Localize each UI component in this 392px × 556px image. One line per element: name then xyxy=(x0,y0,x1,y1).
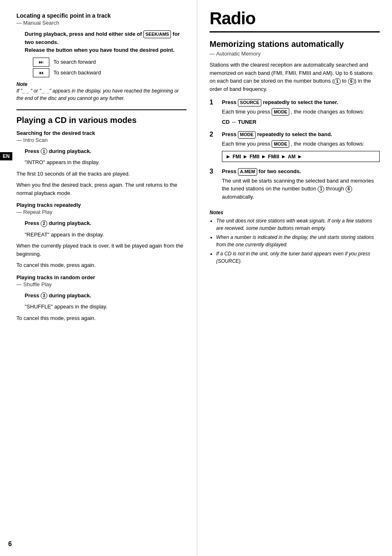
circle-2: 2 xyxy=(41,220,47,227)
left-column: EN Locating a specific point in a track … xyxy=(0,0,197,556)
shuffle-play-title: Playing tracks in random order xyxy=(16,274,187,280)
shuffle-play-subtitle: — Shuffle Play xyxy=(16,281,187,287)
arrow4: ► xyxy=(281,153,286,160)
step1-body: Each time you press MODE , the mode chan… xyxy=(222,108,380,116)
seek-backward-label: To search backward xyxy=(53,70,101,76)
mode-button-step2: MODE xyxy=(238,131,256,138)
step2-content: Press MODE repeatedly to select the band… xyxy=(222,131,380,162)
circle-1-step3: 1 xyxy=(318,186,324,192)
repeat-body1: When the currently played track is over,… xyxy=(16,242,187,258)
section1-subtitle: — Manual Search xyxy=(16,20,187,26)
note-block: Note If "_ _ " or " _ _" appears in the … xyxy=(16,81,187,102)
repeat-play-subtitle: — Repeat Play xyxy=(16,209,187,215)
circle-1-right: 1 xyxy=(334,78,341,85)
mode-chain: ► FMI ► FMII ► FMIII ► AM ► xyxy=(222,151,380,162)
mode-button-step1: MODE xyxy=(272,108,289,116)
seek-backward-icon: ⏮ xyxy=(33,68,49,77)
arrow1: ► xyxy=(226,153,231,160)
step2-num: 2 xyxy=(210,131,218,138)
intro-scan-instruction: Press 1 during playback. "INTRO" appears… xyxy=(16,147,187,167)
section1-body: During playback, press and hold either s… xyxy=(16,30,187,77)
repeat-display-text: "REPEAT" appears in the display. xyxy=(25,231,187,239)
step1-title: Press SOURCE repeatedly to select the tu… xyxy=(222,99,380,106)
section1-body1: During playback, press and hold either s… xyxy=(25,31,142,37)
repeat-play-instruction: Press 2 during playback. "REPEAT" appear… xyxy=(16,219,187,239)
shuffle-press: Press 3 during playback. xyxy=(25,292,187,300)
seek-forward-row: ⏭ To search forward xyxy=(33,58,187,67)
step3-content: Press A.MEM for two seconds. The unit wi… xyxy=(222,168,380,204)
notes-list: The unit does not store stations with we… xyxy=(210,217,380,265)
repeat-play-title: Playing tracks repeatedly xyxy=(16,202,187,208)
intro-display-text: "INTRO" appears in the display. xyxy=(25,158,187,167)
mode-button-step2b: MODE xyxy=(272,140,289,148)
shuffle-body1: To cancel this mode, press again. xyxy=(16,314,187,322)
step2-body: Each time you press MODE , the mode chan… xyxy=(222,140,380,148)
section1-instruction: During playback, press and hold either s… xyxy=(25,30,187,54)
circle-3: 3 xyxy=(41,292,47,299)
radio-divider xyxy=(210,31,380,32)
circle-6-right: 6 xyxy=(348,78,355,85)
arrow3: ► xyxy=(261,153,266,160)
fmiii-label: FMIII xyxy=(268,154,279,160)
page: EN Locating a specific point in a track … xyxy=(0,0,392,556)
intro-paragraph: Stations with the clearest reception are… xyxy=(210,61,380,93)
circle-1: 1 xyxy=(41,148,47,155)
seek-forward-label: To search forward xyxy=(53,59,96,65)
step2-title: Press MODE repeatedly to select the band… xyxy=(222,131,380,138)
note-item-1: The unit does not store stations with we… xyxy=(216,217,380,232)
note-title: Note xyxy=(16,81,187,87)
step3-block: 3 Press A.MEM for two seconds. The unit … xyxy=(210,168,380,204)
arrow2: ► xyxy=(243,153,248,160)
am-label: AM xyxy=(288,154,296,160)
right-column: Radio Memorizing stations automatically … xyxy=(197,0,392,556)
section-divider xyxy=(16,109,187,110)
memorizing-title: Memorizing stations automatically xyxy=(210,39,380,49)
seekams-button: SEEK/AMS xyxy=(143,30,171,38)
shuffle-display-text: "SHUFFLE" appears in the display. xyxy=(25,303,187,311)
intro-scan-press: Press 1 during playback. xyxy=(25,147,187,155)
section1-body1c: Release the button when you have found t… xyxy=(25,47,175,53)
step3-body: The unit will be starts scanning the sel… xyxy=(222,177,380,201)
step1-num: 1 xyxy=(210,99,218,106)
intro-scan-section: Searching for the desired track — Intro … xyxy=(16,130,187,197)
memorizing-subtitle: — Automatic Memory xyxy=(210,51,380,57)
repeat-play-section: Playing tracks repeatedly — Repeat Play … xyxy=(16,202,187,269)
notes-title: Notes xyxy=(210,210,380,215)
intro-body2: When you find the desired track, press a… xyxy=(16,181,187,197)
intro-body1: The first 10 seconds of all the tracks a… xyxy=(16,170,187,178)
note-item-2: When a number is indicated in the displa… xyxy=(216,234,380,248)
note-item-3: If a CD is not in the unit, only the tun… xyxy=(216,250,380,265)
step1-block: 1 Press SOURCE repeatedly to select the … xyxy=(210,99,380,125)
step3-title: Press A.MEM for two seconds. xyxy=(222,168,380,175)
fmii-label: FMII xyxy=(249,154,259,160)
source-button: SOURCE xyxy=(238,99,261,106)
repeat-body2: To cancel this mode, press again. xyxy=(16,261,187,269)
intro-scan-subtitle: — Intro Scan xyxy=(16,137,187,143)
fmi-label: FMI xyxy=(233,154,241,160)
en-badge: EN xyxy=(0,152,12,160)
circle-6-step3: 6 xyxy=(346,186,352,192)
note-text: If "_ _ " or " _ _" appears in the displ… xyxy=(16,87,187,102)
section1-title: Locating a specific point in a track xyxy=(16,12,187,19)
notes-section: Notes The unit does not store stations w… xyxy=(210,210,380,265)
repeat-press: Press 2 during playback. xyxy=(25,219,187,227)
seek-backward-row: ⏮ To search backward xyxy=(33,68,187,77)
seek-icons: ⏭ To search forward ⏮ To search backward xyxy=(33,58,187,77)
amem-button: A.MEM xyxy=(238,168,257,175)
step2-block: 2 Press MODE repeatedly to select the ba… xyxy=(210,131,380,162)
step3-num: 3 xyxy=(210,168,218,175)
arrow5: ► xyxy=(297,153,302,160)
step1-content: Press SOURCE repeatedly to select the tu… xyxy=(222,99,380,125)
shuffle-play-instruction: Press 3 during playback. "SHUFFLE" appea… xyxy=(16,292,187,311)
cd-tuner-chain: CD ↔ TUNER xyxy=(222,119,380,125)
seek-forward-icon: ⏭ xyxy=(33,58,49,67)
page-number: 6 xyxy=(8,540,12,548)
shuffle-play-section: Playing tracks in random order — Shuffle… xyxy=(16,274,187,322)
radio-title: Radio xyxy=(210,8,380,29)
section2-title: Playing a CD in various modes xyxy=(16,115,187,125)
intro-scan-title: Searching for the desired track xyxy=(16,130,187,136)
